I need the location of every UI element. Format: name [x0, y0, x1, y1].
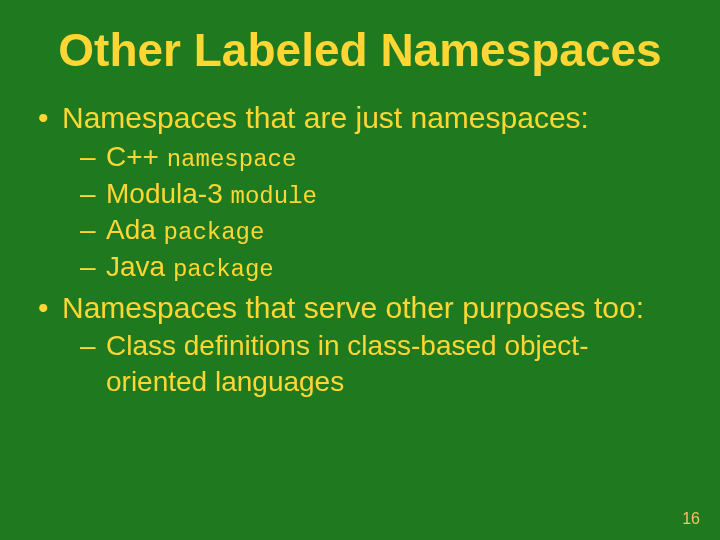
sub-classdef: Class definitions in class-based object-… — [80, 328, 686, 400]
sub-cpp-lang: C++ — [106, 141, 159, 172]
bullet-list: Namespaces that are just namespaces: C++… — [30, 100, 690, 400]
sub-cpp-keyword: namespace — [167, 146, 297, 173]
sub-modula3-keyword: module — [231, 183, 317, 210]
bullet-2-text: Namespaces that serve other purposes too… — [62, 291, 644, 324]
sub-ada-lang: Ada — [106, 214, 156, 245]
sub-ada-keyword: package — [164, 219, 265, 246]
sub-modula3: Modula-3 module — [80, 176, 686, 213]
bullet-1: Namespaces that are just namespaces: C++… — [34, 100, 686, 285]
bullet-2: Namespaces that serve other purposes too… — [34, 290, 686, 400]
bullet-1-sublist: C++ namespace Modula-3 module Ada packag… — [62, 139, 686, 286]
sub-ada: Ada package — [80, 212, 686, 249]
sub-java-keyword: package — [173, 256, 274, 283]
sub-java: Java package — [80, 249, 686, 286]
sub-java-lang: Java — [106, 251, 165, 282]
slide: Other Labeled Namespaces Namespaces that… — [0, 0, 720, 540]
bullet-2-sublist: Class definitions in class-based object-… — [62, 328, 686, 400]
sub-cpp: C++ namespace — [80, 139, 686, 176]
slide-title: Other Labeled Namespaces — [30, 26, 690, 74]
page-number: 16 — [682, 510, 700, 528]
sub-modula3-lang: Modula-3 — [106, 178, 223, 209]
bullet-1-text: Namespaces that are just namespaces: — [62, 101, 589, 134]
sub-classdef-text: Class definitions in class-based object-… — [106, 330, 588, 397]
